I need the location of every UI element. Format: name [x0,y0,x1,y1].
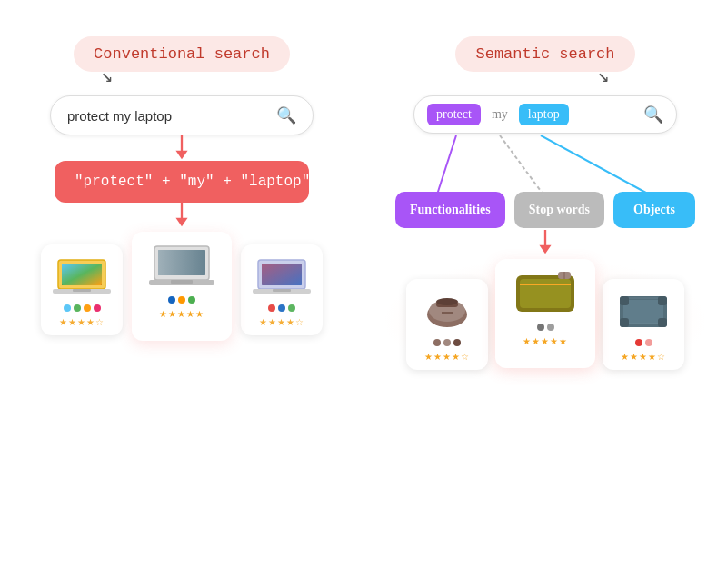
svg-point-27 [436,298,458,305]
right-card-2-stars: ★★★★★ [523,336,568,346]
svg-marker-1 [175,151,187,159]
svg-rect-36 [620,296,629,305]
left-card-2-dots [168,296,195,304]
right-card-1-dots [433,339,461,346]
right-card-2: ★★★★★ [495,259,595,368]
curved-arrow-right-icon: ↘ [597,64,609,88]
search-icon-left: 🔍 [276,105,296,125]
connector-svg [391,135,700,199]
left-card-2: ★★★★★ [132,232,232,341]
svg-rect-6 [62,264,102,285]
left-card-3-image [250,254,314,299]
svg-marker-23 [539,245,551,254]
main-container: Conventional search ↙ protect my laptop … [0,0,727,588]
semantic-search-label: Semantic search ↘ [455,36,634,72]
token-laptop: laptop [519,104,569,125]
search-icon-right: 🔍 [643,105,663,125]
arrow-down-2 [174,203,190,228]
connector-area [391,135,700,199]
left-card-3: ★★★★☆ [241,244,323,335]
right-card-1-image [415,288,479,334]
right-card-1-stars: ★★★★☆ [424,352,470,362]
left-card-1-dots [64,304,101,312]
right-product-cards: ★★★★☆ [382,257,709,384]
svg-line-21 [541,135,654,197]
arrow-down-1 [174,135,190,161]
svg-rect-35 [623,300,663,324]
svg-line-20 [500,135,545,197]
left-card-1-image [50,254,114,299]
svg-rect-11 [158,250,205,275]
svg-marker-3 [175,218,187,226]
right-card-3-dots [635,339,652,346]
token-protect: protect [427,104,481,125]
svg-rect-8 [73,289,91,292]
left-product-cards: ★★★★☆ [27,232,336,341]
conventional-result-box: "protect" + "my" + "laptop" [55,161,309,203]
right-card-1: ★★★★☆ [406,279,488,370]
conventional-search-box[interactable]: protect my laptop 🔍 [50,95,314,135]
left-card-3-stars: ★★★★☆ [259,317,304,327]
left-card-3-dots [268,304,295,312]
conventional-search-label: Conventional search ↙ [74,36,290,72]
arrow-down-right [537,230,553,255]
svg-rect-18 [273,289,291,292]
svg-rect-39 [658,318,667,327]
right-card-3-stars: ★★★★☆ [621,352,666,362]
right-card-2-image [509,268,582,318]
svg-rect-37 [658,296,667,305]
left-card-2-stars: ★★★★★ [159,309,204,319]
svg-rect-13 [171,280,193,284]
curved-arrow-left-icon: ↙ [101,64,113,88]
left-panel: Conventional search ↙ protect my laptop … [0,0,364,588]
svg-rect-38 [620,318,629,327]
right-card-2-dots [537,324,554,331]
svg-rect-16 [262,264,302,285]
semantic-search-box[interactable]: protect my laptop 🔍 [413,95,677,134]
svg-line-19 [436,135,456,197]
left-card-1: ★★★★☆ [41,244,123,335]
token-my: my [486,104,513,125]
left-card-2-image [145,241,218,291]
right-card-3: ★★★★☆ [603,279,684,370]
left-card-1-stars: ★★★★☆ [59,317,105,327]
right-panel: Semantic search ↘ protect my laptop 🔍 [364,0,727,588]
search-query-text: protect my laptop [67,108,172,124]
right-card-3-image [612,288,675,334]
svg-rect-30 [520,279,571,308]
